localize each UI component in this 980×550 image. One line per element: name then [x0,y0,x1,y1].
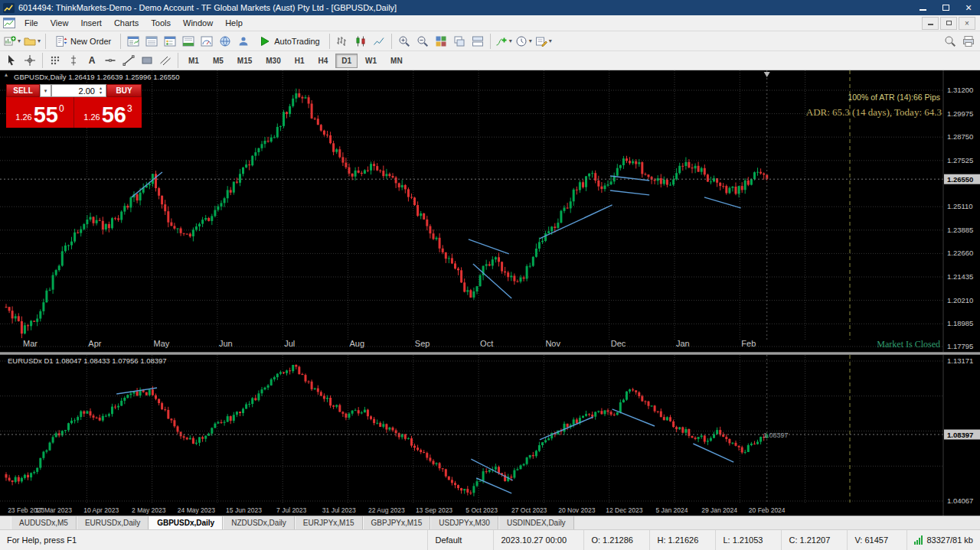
candlestick-chart-button[interactable] [352,33,369,50]
objects-list-icon[interactable] [47,52,64,69]
chevron-down-icon: ▾ [18,37,21,44]
sell-price-pipette: 0 [59,103,64,114]
equidistant-channel-tool-button[interactable] [157,52,174,69]
menu-insert[interactable]: Insert [74,16,108,30]
rectangle-tool-button[interactable] [139,52,155,69]
svg-text:Aug: Aug [350,339,365,348]
volume-dropdown[interactable]: ▾ [40,84,51,97]
title-bar[interactable]: 6014494: ThinkMarkets-Demo - Demo Accoun… [0,0,980,15]
sub-chart-canvas[interactable]: 1.083971.131711.0406723 Feb 202317 Mar 2… [0,355,980,516]
cycle-lines-tool-button[interactable] [65,52,82,69]
terminal-button[interactable] [180,33,197,50]
market-watch-button[interactable] [125,33,142,50]
app-icon [3,3,15,13]
child-minimize-button[interactable] [922,17,939,30]
menu-help[interactable]: Help [219,16,249,30]
templates-button[interactable]: ▾ [534,33,553,50]
navigator-button[interactable] [162,33,178,50]
chart-tab[interactable]: GBPUSDx,Daily [149,516,223,529]
svg-text:Jan: Jan [676,339,690,348]
timeframe-d1[interactable]: D1 [335,54,358,68]
sell-button[interactable]: SELL [6,84,40,97]
menu-file[interactable]: File [18,16,44,30]
trendline-tool-button[interactable] [120,52,137,69]
chart-tab[interactable]: USDINDEX,Daily [498,516,574,529]
main-chart: 1.265501.312001.299751.287501.275251.251… [0,70,980,352]
indicators-button[interactable]: ▾ [495,33,513,50]
status-low-value: L: 1.21053 [716,530,782,550]
toolbar-separator [42,53,43,68]
svg-text:Sep: Sep [415,339,430,348]
minimize-button[interactable] [911,0,934,15]
arrange-windows-button[interactable] [469,33,486,50]
cascade-windows-button[interactable] [451,33,468,50]
new-order-button[interactable]: New Order [50,33,116,50]
menu-charts[interactable]: Charts [108,16,145,30]
buy-price-prefix: 1.26 [83,112,100,122]
status-bar: For Help, press F1 Default 2023.10.27 00… [0,529,980,550]
svg-text:1.28750: 1.28750 [947,132,973,141]
mql5-community-button[interactable] [217,33,234,50]
menu-window[interactable]: Window [177,16,219,30]
crosshair-tool-button[interactable] [21,52,38,69]
svg-text:1.18985: 1.18985 [947,319,973,327]
sell-price[interactable]: 1.26550 [6,97,74,128]
timeframe-m1[interactable]: M1 [182,54,205,68]
chart-tab[interactable]: NZDUSDx,Daily [223,516,295,529]
svg-text:1.08397: 1.08397 [947,431,973,439]
buy-price[interactable]: 1.26563 [74,97,142,128]
chart-window-icon [3,18,15,28]
svg-text:20 Feb 2024: 20 Feb 2024 [749,506,786,514]
timeframe-w1[interactable]: W1 [359,54,383,68]
status-volume-value: V: 61457 [848,530,907,550]
chart-tab[interactable]: USDJPYx,M30 [430,516,498,529]
cursor-tool-button[interactable] [3,52,20,69]
timeframe-m15[interactable]: M15 [231,54,258,68]
autotrading-button[interactable]: AutoTrading [253,33,325,50]
periods-button[interactable]: ▾ [514,33,533,50]
timeframe-h4[interactable]: H4 [312,54,335,68]
buy-button[interactable]: BUY [106,84,142,97]
profiles-button[interactable]: ▾ [23,33,41,50]
data-window-button[interactable] [143,33,160,50]
child-close-button[interactable]: × [959,17,975,30]
text-tool-button[interactable]: A [83,52,100,69]
svg-text:Apr: Apr [88,339,101,348]
signals-person-button[interactable] [235,33,252,50]
bar-chart-button[interactable] [334,33,351,50]
timeframe-mn[interactable]: MN [384,54,409,68]
new-chart-button[interactable]: ▾ [3,33,21,50]
svg-text:1.31200: 1.31200 [947,86,973,94]
close-button[interactable]: × [957,0,980,15]
status-high-value: H: 1.21626 [650,530,716,550]
profile-selector[interactable]: Default [428,530,494,550]
chevron-down-icon: ▾ [549,37,552,44]
timeframe-m30[interactable]: M30 [260,54,286,68]
search-button[interactable] [942,33,959,50]
horizontal-line-tool-button[interactable] [102,52,119,69]
zoom-in-button[interactable] [396,33,413,50]
zoom-out-button[interactable] [414,33,431,50]
strategy-tester-button[interactable] [198,33,215,50]
print-button[interactable] [960,33,977,50]
volume-down-arrow[interactable]: ▾ [100,91,102,95]
chart-ohlc-label: GBPUSDx,Daily 1.26419 1.26639 1.25996 1.… [14,73,180,81]
volume-input[interactable]: 2.00 ▴ ▾ [51,84,106,97]
child-restore-button[interactable] [940,17,957,30]
line-studies-toolbar: A M1 M5 M15 M30 H1 H4 D1 W1 MN [0,51,980,70]
panel-toggle-icon[interactable]: ▴ [5,71,8,78]
sell-price-prefix: 1.26 [15,112,31,122]
svg-text:20 Nov 2023: 20 Nov 2023 [558,506,595,514]
chart-tab[interactable]: AUDUSDx,M5 [11,516,77,529]
chart-tab[interactable]: EURUSDx,Daily [77,516,149,529]
menu-view[interactable]: View [44,16,75,30]
svg-text:1.22660: 1.22660 [947,249,973,257]
menu-tools[interactable]: Tools [145,16,177,30]
tile-windows-button[interactable] [433,33,449,50]
timeframe-m5[interactable]: M5 [207,54,230,68]
chart-tab[interactable]: GBPJPYx,M15 [363,516,431,529]
line-chart-button[interactable] [371,33,387,50]
timeframe-h1[interactable]: H1 [289,54,311,68]
restore-button[interactable] [934,0,957,15]
chart-tab[interactable]: EURJPYx,M15 [295,516,363,529]
